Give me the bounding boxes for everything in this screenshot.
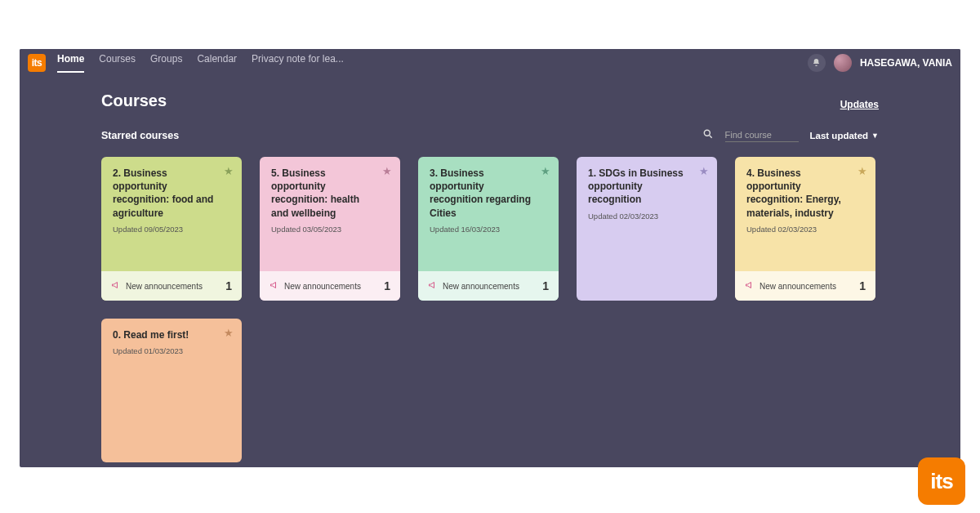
announcements-label: New announcements: [126, 282, 203, 291]
star-icon[interactable]: ★: [858, 165, 867, 177]
card-title: 2. Business opportunity recognition: foo…: [113, 167, 230, 220]
star-icon[interactable]: ★: [541, 165, 550, 177]
search-input[interactable]: [725, 128, 799, 142]
card-title: 4. Business opportunity recognition: Ene…: [746, 167, 864, 220]
card-body: 2. Business opportunity recognition: foo…: [101, 157, 242, 271]
nav-item[interactable]: Home: [57, 53, 84, 73]
course-grid: ★2. Business opportunity recognition: fo…: [101, 157, 879, 462]
course-card[interactable]: ★3. Business opportunity recognition reg…: [418, 157, 559, 301]
search-sort: Last updated ▼: [702, 128, 879, 142]
brand-badge: its: [918, 457, 965, 505]
megaphone-icon: [111, 280, 121, 292]
card-footer[interactable]: New announcements1: [735, 271, 875, 301]
card-updated: Updated 09/05/2023: [113, 225, 230, 234]
avatar[interactable]: [834, 54, 852, 72]
announcements-label: New announcements: [760, 282, 836, 291]
bell-icon: [812, 58, 821, 69]
card-footer[interactable]: New announcements1: [260, 271, 400, 301]
username: HASEGAWA, VANIA: [860, 57, 952, 69]
card-title: 5. Business opportunity recognition: hea…: [271, 167, 389, 220]
card-title: 0. Read me first!: [113, 328, 230, 341]
course-card[interactable]: ★1. SDGs in Business opportunity recogni…: [577, 157, 717, 301]
announcements-count: 1: [859, 279, 866, 292]
notifications-button[interactable]: [808, 54, 826, 72]
course-card[interactable]: ★2. Business opportunity recognition: fo…: [101, 157, 242, 301]
star-icon[interactable]: ★: [224, 165, 234, 177]
card-body: 1. SDGs in Business opportunity recognit…: [577, 157, 717, 301]
chevron-down-icon: ▼: [871, 132, 879, 140]
card-body: 4. Business opportunity recognition: Ene…: [735, 157, 875, 271]
updates-link[interactable]: Updates: [840, 99, 879, 110]
announcements-count: 1: [542, 279, 549, 292]
nav-item[interactable]: Privacy note for lea...: [252, 53, 344, 73]
card-body: 0. Read me first!Updated 01/03/2023: [101, 319, 242, 462]
card-title: 3. Business opportunity recognition rega…: [430, 167, 547, 220]
card-updated: Updated 16/03/2023: [430, 225, 547, 234]
search-icon[interactable]: [702, 128, 714, 142]
star-icon[interactable]: ★: [224, 327, 234, 339]
content: Courses Updates Starred courses Last upd…: [20, 77, 960, 467]
card-updated: Updated 02/03/2023: [746, 225, 864, 234]
svg-line-1: [709, 136, 711, 138]
svg-point-0: [704, 130, 710, 136]
card-body: 5. Business opportunity recognition: hea…: [260, 157, 400, 271]
sort-label: Last updated: [810, 131, 869, 141]
page-header: Courses Updates: [101, 91, 879, 110]
course-card[interactable]: ★5. Business opportunity recognition: he…: [260, 157, 400, 301]
nav-item[interactable]: Calendar: [197, 53, 237, 73]
card-updated: Updated 03/05/2023: [271, 225, 389, 234]
card-updated: Updated 01/03/2023: [113, 346, 230, 355]
announcements-label: New announcements: [443, 282, 519, 291]
card-updated: Updated 02/03/2023: [588, 212, 706, 221]
nav-item[interactable]: Groups: [150, 53, 182, 73]
megaphone-icon: [745, 280, 755, 292]
topbar: its HomeCoursesGroupsCalendarPrivacy not…: [20, 49, 960, 77]
main-nav: HomeCoursesGroupsCalendarPrivacy note fo…: [57, 53, 344, 73]
card-title: 1. SDGs in Business opportunity recognit…: [588, 167, 706, 207]
megaphone-icon: [428, 280, 438, 292]
nav-item[interactable]: Courses: [99, 53, 136, 73]
topbar-right: HASEGAWA, VANIA: [808, 54, 952, 72]
section-title: Starred courses: [101, 130, 179, 141]
megaphone-icon: [270, 280, 279, 292]
card-footer[interactable]: New announcements1: [101, 271, 242, 301]
sort-dropdown[interactable]: Last updated ▼: [810, 131, 879, 141]
course-card[interactable]: ★0. Read me first!Updated 01/03/2023: [101, 319, 242, 462]
announcements-count: 1: [225, 279, 232, 292]
subheader: Starred courses Last updated ▼: [101, 128, 879, 142]
star-icon[interactable]: ★: [699, 165, 709, 177]
brand-logo[interactable]: its: [28, 54, 46, 72]
card-body: 3. Business opportunity recognition rega…: [418, 157, 559, 271]
course-card[interactable]: ★4. Business opportunity recognition: En…: [735, 157, 875, 301]
card-footer[interactable]: New announcements1: [418, 271, 559, 301]
announcements-label: New announcements: [284, 282, 361, 291]
app-window: its HomeCoursesGroupsCalendarPrivacy not…: [20, 49, 960, 467]
star-icon[interactable]: ★: [382, 165, 392, 177]
announcements-count: 1: [384, 279, 390, 292]
page-title: Courses: [101, 91, 167, 110]
